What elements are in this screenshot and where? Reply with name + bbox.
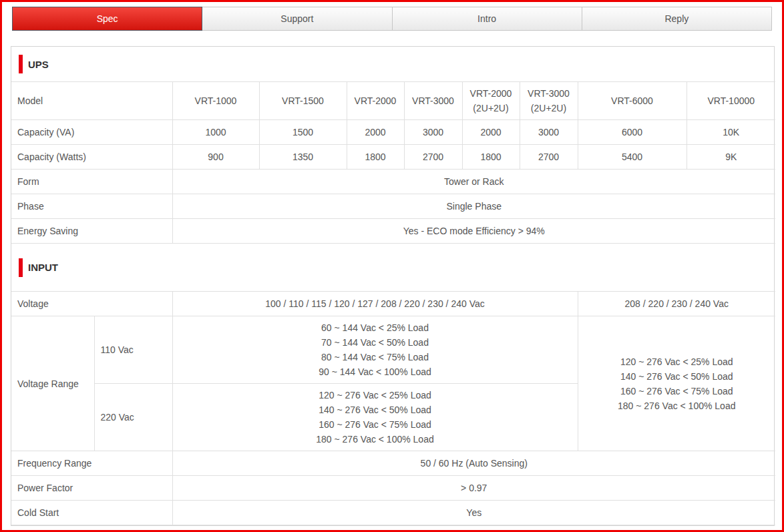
frequency-range-value-cell: 50 / 60 Hz (Auto Sensing) — [172, 451, 775, 476]
row-label-voltage-range: Voltage Range — [11, 316, 94, 451]
section-title-ups: UPS — [28, 59, 49, 70]
table-row-cold-start: Cold Start Yes — [11, 501, 775, 525]
capacity-va-cell: 1500 — [259, 120, 347, 145]
row-label-model: Model — [11, 82, 172, 120]
table-row-energy-saving: Energy Saving Yes - ECO mode Efficiency … — [11, 219, 775, 244]
voltage-range-right-cell: 120 ~ 276 Vac < 25% Load 140 ~ 276 Vac <… — [578, 316, 775, 451]
tab-support[interactable]: Support — [202, 7, 392, 31]
capacity-va-cell: 2000 — [347, 120, 404, 145]
capacity-va-cell: 3000 — [404, 120, 462, 145]
capacity-watts-cell: 1350 — [259, 145, 347, 170]
row-label-frequency-range: Frequency Range — [11, 451, 172, 476]
capacity-va-cell: 6000 — [578, 120, 687, 145]
capacity-va-cell: 1000 — [172, 120, 259, 145]
capacity-watts-cell: 2700 — [520, 145, 578, 170]
model-cell: VRT-2000 (2U+2U) — [462, 82, 520, 120]
tab-bar: Spec Support Intro Reply — [12, 7, 772, 31]
row-label-phase: Phase — [11, 194, 172, 219]
capacity-watts-cell: 1800 — [347, 145, 404, 170]
section-header-input: INPUT — [11, 244, 774, 291]
phase-value-cell: Single Phase — [172, 194, 775, 219]
table-row-phase: Phase Single Phase — [11, 194, 775, 219]
capacity-watts-cell: 5400 — [578, 145, 687, 170]
model-cell: VRT-3000 (2U+2U) — [520, 82, 578, 120]
capacity-va-cell: 10K — [687, 120, 775, 145]
voltage-range-110-cell: 60 ~ 144 Vac < 25% Load 70 ~ 144 Vac < 5… — [172, 316, 578, 384]
spec-content-panel: UPS Model VRT-1000 VRT-1500 VRT-2000 VRT… — [11, 46, 775, 526]
model-cell: VRT-3000 — [404, 82, 462, 120]
capacity-watts-cell: 9K — [687, 145, 775, 170]
sub-label-220vac: 220 Vac — [94, 384, 172, 451]
table-row-model: Model VRT-1000 VRT-1500 VRT-2000 VRT-300… — [11, 82, 775, 120]
section-title-input: INPUT — [28, 262, 58, 273]
input-spec-table: Voltage 100 / 110 / 115 / 120 / 127 / 20… — [11, 291, 775, 525]
ups-spec-table: Model VRT-1000 VRT-1500 VRT-2000 VRT-300… — [11, 81, 775, 244]
model-cell: VRT-6000 — [578, 82, 687, 120]
row-label-voltage: Voltage — [11, 292, 172, 316]
capacity-watts-cell: 1800 — [462, 145, 520, 170]
tab-spec[interactable]: Spec — [12, 7, 202, 31]
table-row-form: Form Tower or Rack — [11, 170, 775, 194]
voltage-range-220-cell: 120 ~ 276 Vac < 25% Load 140 ~ 276 Vac <… — [172, 384, 578, 451]
voltage-right-cell: 208 / 220 / 230 / 240 Vac — [578, 292, 775, 316]
table-row-power-factor: Power Factor > 0.97 — [11, 476, 775, 501]
form-value-cell: Tower or Rack — [172, 170, 775, 194]
tab-reply[interactable]: Reply — [582, 7, 772, 31]
model-cell: VRT-1500 — [259, 82, 347, 120]
table-row-frequency-range: Frequency Range 50 / 60 Hz (Auto Sensing… — [11, 451, 775, 476]
row-label-power-factor: Power Factor — [11, 476, 172, 501]
table-row-voltage: Voltage 100 / 110 / 115 / 120 / 127 / 20… — [11, 292, 775, 316]
voltage-main-cell: 100 / 110 / 115 / 120 / 127 / 208 / 220 … — [172, 292, 578, 316]
capacity-va-cell: 3000 — [520, 120, 578, 145]
table-row-capacity-va: Capacity (VA) 1000 1500 2000 3000 2000 3… — [11, 120, 775, 145]
row-label-capacity-watts: Capacity (Watts) — [11, 145, 172, 170]
row-label-capacity-va: Capacity (VA) — [11, 120, 172, 145]
sub-label-110vac: 110 Vac — [94, 316, 172, 384]
row-label-form: Form — [11, 170, 172, 194]
row-label-energy-saving: Energy Saving — [11, 219, 172, 244]
tab-intro[interactable]: Intro — [393, 7, 582, 31]
power-factor-value-cell: > 0.97 — [172, 476, 775, 501]
table-row-voltage-range-110: Voltage Range 110 Vac 60 ~ 144 Vac < 25%… — [11, 316, 775, 384]
row-label-cold-start: Cold Start — [11, 501, 172, 525]
page-frame: Spec Support Intro Reply UPS Model VRT-1… — [0, 0, 784, 532]
cold-start-value-cell: Yes — [172, 501, 775, 525]
section-accent-bar — [19, 55, 23, 73]
model-cell: VRT-1000 — [172, 82, 259, 120]
model-cell: VRT-2000 — [347, 82, 404, 120]
energy-saving-value-cell: Yes - ECO mode Efficiency > 94% — [172, 219, 775, 244]
capacity-va-cell: 2000 — [462, 120, 520, 145]
section-accent-bar — [19, 258, 23, 277]
capacity-watts-cell: 900 — [172, 145, 259, 170]
table-row-capacity-watts: Capacity (Watts) 900 1350 1800 2700 1800… — [11, 145, 775, 170]
model-cell: VRT-10000 — [687, 82, 775, 120]
capacity-watts-cell: 2700 — [404, 145, 462, 170]
section-header-ups: UPS — [11, 47, 774, 81]
